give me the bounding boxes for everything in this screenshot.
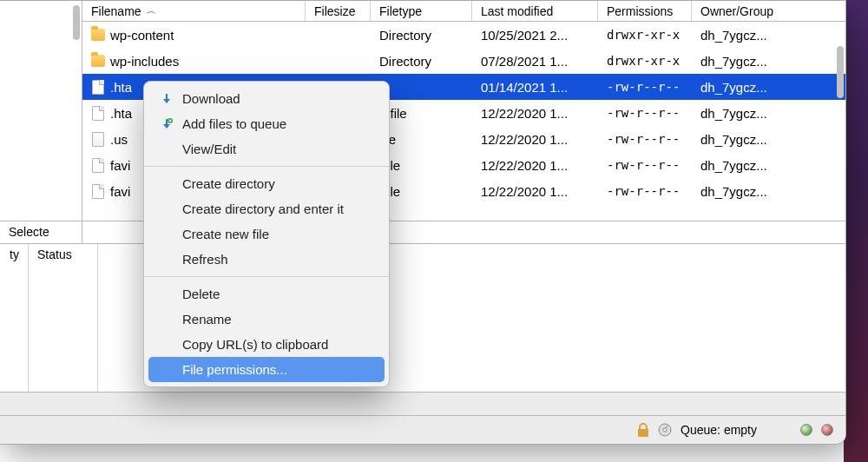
file-icon	[91, 106, 105, 120]
file-name-text: .hta	[110, 80, 132, 95]
cell-owner: dh_7ygcz...	[692, 129, 792, 149]
disk-icon[interactable]	[658, 423, 672, 437]
menu-refresh-label: Refresh	[182, 252, 228, 267]
cell-modified: 12/22/2020 1...	[472, 103, 598, 123]
file-name-text: favi	[110, 184, 130, 199]
cell-modified: 10/25/2021 2...	[472, 25, 598, 45]
lock-icon[interactable]	[637, 423, 649, 437]
file-name-text: wp-content	[110, 28, 174, 43]
menu-file-permissions-label: File permissions...	[182, 362, 287, 377]
cell-permissions: -rw-r--r--	[598, 129, 692, 148]
cell-permissions: drwxr-xr-x	[598, 25, 692, 44]
menu-rename[interactable]: Rename	[144, 307, 389, 332]
cell-permissions: -rw-r--r--	[598, 77, 692, 96]
activity-led-green	[800, 424, 812, 436]
selection-summary: Selecte	[0, 221, 82, 243]
cell-owner: dh_7ygcz...	[692, 51, 792, 71]
transfer-status-pane: ty Status	[0, 244, 845, 392]
menu-view-edit-label: View/Edit	[182, 142, 236, 156]
menu-create-dir-label: Create directory	[182, 176, 275, 191]
cell-modified: 07/28/2021 1...	[472, 51, 598, 71]
svg-point-1	[663, 428, 667, 432]
cell-filetype: Directory	[371, 51, 472, 71]
window-footer: Queue: empty	[0, 416, 845, 444]
file-name-text: .us	[110, 132, 128, 147]
header-last-modified[interactable]: Last modified	[472, 1, 598, 21]
cell-permissions: -rw-r--r--	[598, 103, 692, 122]
ftp-window: Selecte Filename ︿ Filesize Filetype Las…	[0, 0, 846, 445]
queue-status-label: Queue: empty	[681, 423, 757, 437]
cell-permissions: -rw-r--r--	[598, 155, 692, 175]
cell-modified: 12/22/2020 1...	[472, 155, 598, 175]
folder-icon	[91, 28, 105, 42]
status-col-2[interactable]: Status	[29, 244, 98, 392]
menu-add-queue[interactable]: Add files to queue	[144, 111, 389, 136]
cell-modified: 01/14/2021 1...	[472, 77, 598, 97]
cell-owner: dh_7ygcz...	[692, 77, 792, 97]
menu-create-dir-enter-label: Create directory and enter it	[182, 201, 344, 216]
cell-owner: dh_7ygcz...	[692, 155, 792, 175]
column-headers[interactable]: Filename ︿ Filesize Filetype Last modifi…	[82, 1, 845, 22]
cell-permissions: -rw-r--r--	[598, 182, 692, 201]
download-icon	[160, 92, 174, 106]
ini-file-icon	[91, 132, 105, 146]
sort-ascending-icon: ︿	[147, 4, 156, 17]
cell-filesize	[306, 58, 371, 63]
header-filesize[interactable]: Filesize	[306, 1, 371, 21]
cell-modified: 12/22/2020 1...	[472, 182, 598, 201]
menu-separator	[144, 166, 389, 167]
file-name-text: wp-includes	[110, 54, 179, 69]
scrollbar-thumb[interactable]	[73, 5, 80, 40]
desktop-background	[844, 0, 868, 462]
activity-led-red	[821, 424, 833, 436]
header-filetype[interactable]: Filetype	[371, 1, 472, 21]
header-filename-label: Filename	[91, 4, 141, 18]
menu-delete[interactable]: Delete	[144, 281, 389, 307]
cell-filesize	[306, 32, 371, 37]
cell-filetype: Directory	[371, 25, 472, 45]
add-queue-icon	[160, 117, 174, 131]
menu-create-dir[interactable]: Create directory	[144, 171, 389, 196]
menu-view-edit[interactable]: View/Edit	[144, 136, 389, 162]
cell-filename: wp-includes	[82, 51, 306, 71]
menu-add-queue-label: Add files to queue	[182, 116, 286, 131]
bottom-divider	[0, 392, 845, 416]
context-menu: Download Add files to queue View/Edit Cr…	[143, 81, 390, 387]
menu-separator	[144, 276, 389, 277]
status-col-1[interactable]: ty	[0, 244, 29, 392]
table-row[interactable]: wp-contentDirectory10/25/2021 2...drwxr-…	[82, 22, 845, 48]
left-panel: Selecte	[0, 1, 82, 243]
header-permissions[interactable]: Permissions	[598, 1, 692, 21]
menu-rename-label: Rename	[182, 312, 232, 327]
menu-refresh[interactable]: Refresh	[144, 247, 389, 272]
table-row[interactable]: wp-includesDirectory07/28/2021 1...drwxr…	[82, 48, 845, 74]
menu-download[interactable]: Download	[144, 86, 389, 111]
header-filename[interactable]: Filename ︿	[82, 1, 306, 21]
cell-owner: dh_7ygcz...	[692, 182, 792, 201]
folder-icon	[91, 54, 105, 68]
cell-filename: wp-content	[82, 25, 306, 45]
file-icon	[91, 184, 105, 198]
file-name-text: favi	[110, 158, 130, 173]
menu-file-permissions[interactable]: File permissions...	[148, 357, 385, 382]
menu-copy-url[interactable]: Copy URL(s) to clipboard	[144, 332, 389, 357]
file-icon	[91, 80, 105, 94]
menu-delete-label: Delete	[182, 287, 220, 301]
file-name-text: .hta	[110, 106, 132, 121]
menu-create-file[interactable]: Create new file	[144, 221, 389, 247]
menu-copy-url-label: Copy URL(s) to clipboard	[182, 337, 328, 352]
scrollbar-thumb[interactable]	[837, 46, 844, 98]
cell-permissions: drwxr-xr-x	[598, 51, 692, 70]
cell-modified: 12/22/2020 1...	[472, 129, 598, 149]
cell-owner: dh_7ygcz...	[692, 25, 792, 45]
menu-download-label: Download	[182, 91, 240, 106]
menu-create-file-label: Create new file	[182, 227, 269, 241]
header-owner-group[interactable]: Owner/Group	[692, 1, 792, 21]
cell-owner: dh_7ygcz...	[692, 103, 792, 123]
file-icon	[91, 158, 105, 172]
menu-create-dir-enter[interactable]: Create directory and enter it	[144, 196, 389, 221]
